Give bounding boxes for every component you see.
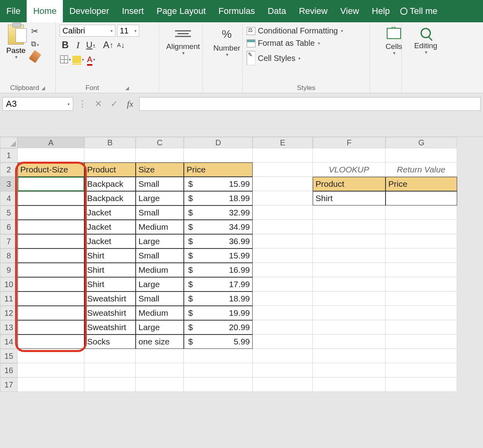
shrink-font-button[interactable]: A↓ — [115, 39, 127, 51]
select-all-corner — [0, 137, 18, 148]
copy-icon[interactable]: ⧉▾ — [31, 40, 39, 48]
font-color-icon: A — [87, 55, 92, 64]
cut-icon[interactable]: ✂ — [31, 26, 39, 37]
tab-page-layout[interactable]: Page Layout — [150, 0, 212, 22]
chevron-down-icon: ▼ — [424, 50, 428, 55]
chevron-down-icon: ▼ — [181, 51, 185, 55]
col-header-A[interactable]: A — [18, 137, 84, 148]
ribbon-tabs: File Home Developer Insert Page Layout F… — [0, 0, 483, 22]
active-cell — [18, 177, 84, 191]
conditional-formatting-button[interactable]: Conditional Formatting▾ — [247, 26, 366, 35]
tab-data[interactable]: Data — [261, 0, 292, 22]
chevron-down-icon: ▼ — [14, 55, 18, 59]
bold-button[interactable]: B — [60, 39, 71, 51]
search-icon — [421, 28, 431, 38]
lightbulb-icon — [400, 8, 407, 15]
formula-bar: A3▾ ⋮ ✕ ✓ fx — [0, 93, 483, 137]
menu-icon[interactable]: ⋮ — [76, 97, 89, 111]
col-header-D[interactable]: D — [184, 137, 253, 148]
tab-developer[interactable]: Developer — [63, 0, 115, 22]
tab-review[interactable]: Review — [292, 0, 334, 22]
styles-label: Styles — [297, 84, 315, 92]
group-editing: Editing ▼ — [402, 22, 438, 93]
tab-insert[interactable]: Insert — [115, 0, 150, 22]
chevron-down-icon: ▼ — [392, 51, 396, 55]
grow-font-button[interactable]: A↑ — [103, 39, 114, 51]
group-alignment: Alignment ▼ — [159, 22, 203, 93]
paste-icon — [8, 25, 24, 45]
conditional-formatting-icon — [247, 27, 255, 35]
ribbon: Paste ▼ ✂ ⧉▾ Clipboard◢ Calibri▾ 11▾ B I… — [0, 22, 483, 93]
percent-icon: % — [222, 28, 232, 41]
col-header-C[interactable]: C — [136, 137, 184, 148]
tab-help[interactable]: Help — [366, 0, 396, 22]
col-header-F[interactable]: F — [313, 137, 386, 148]
font-color-button[interactable]: A▾ — [86, 53, 97, 65]
name-box[interactable]: A3▾ — [2, 97, 73, 111]
border-icon — [60, 55, 68, 63]
group-cells: Cells ▼ — [370, 22, 402, 93]
number-button[interactable]: % Number ▼ — [207, 25, 247, 57]
tell-me-label: Tell me — [410, 6, 438, 16]
tab-formulas[interactable]: Formulas — [212, 0, 261, 22]
group-styles: Conditional Formatting▾ Format as Table▾… — [243, 22, 370, 93]
font-name-select[interactable]: Calibri▾ — [60, 25, 115, 37]
clipboard-label: Clipboard — [10, 84, 39, 92]
paste-button[interactable]: Paste ▼ — [4, 25, 28, 82]
borders-button[interactable]: ▾ — [60, 53, 71, 65]
alignment-button[interactable]: Alignment ▼ — [163, 25, 203, 55]
col-header-G[interactable]: G — [386, 137, 457, 148]
cancel-icon[interactable]: ✕ — [92, 97, 105, 111]
paste-label: Paste — [6, 46, 26, 55]
enter-icon[interactable]: ✓ — [107, 97, 121, 111]
font-size-select[interactable]: 11▾ — [117, 25, 139, 37]
fill-color-button[interactable]: ▾ — [72, 53, 84, 65]
chevron-down-icon: ▼ — [225, 53, 229, 57]
fx-icon[interactable]: fx — [123, 97, 137, 111]
col-header-E[interactable]: E — [253, 137, 313, 148]
fill-icon — [72, 56, 81, 63]
tell-me[interactable]: Tell me — [400, 6, 438, 16]
format-painter-icon[interactable] — [29, 50, 41, 63]
editing-button[interactable]: Editing ▼ — [406, 25, 446, 55]
col-header-B[interactable]: B — [84, 137, 136, 148]
font-label: Font — [86, 84, 99, 92]
cell-styles-icon — [247, 51, 255, 65]
group-clipboard: Paste ▼ ✂ ⧉▾ Clipboard◢ — [0, 22, 56, 93]
tab-view[interactable]: View — [334, 0, 365, 22]
cells-icon — [387, 28, 401, 39]
group-number: % Number ▼ — [203, 22, 243, 93]
underline-button[interactable]: U▾ — [85, 39, 96, 51]
table-icon — [247, 39, 255, 47]
tab-file[interactable]: File — [0, 0, 27, 22]
spreadsheet-grid[interactable]: ABCDEFG12Product-SizeProductSizePriceVLO… — [0, 137, 483, 392]
cell-styles-button[interactable]: Cell Styles▾ — [247, 51, 366, 65]
format-as-table-button[interactable]: Format as Table▾ — [247, 39, 366, 48]
group-font: Calibri▾ 11▾ B I U▾ A↑ A↓ ▾ ▾ A▾ Font◢ — [56, 22, 159, 93]
italic-button[interactable]: I — [72, 39, 84, 51]
tab-home[interactable]: Home — [27, 0, 63, 22]
formula-input[interactable] — [139, 97, 481, 111]
alignment-icon — [175, 28, 191, 39]
